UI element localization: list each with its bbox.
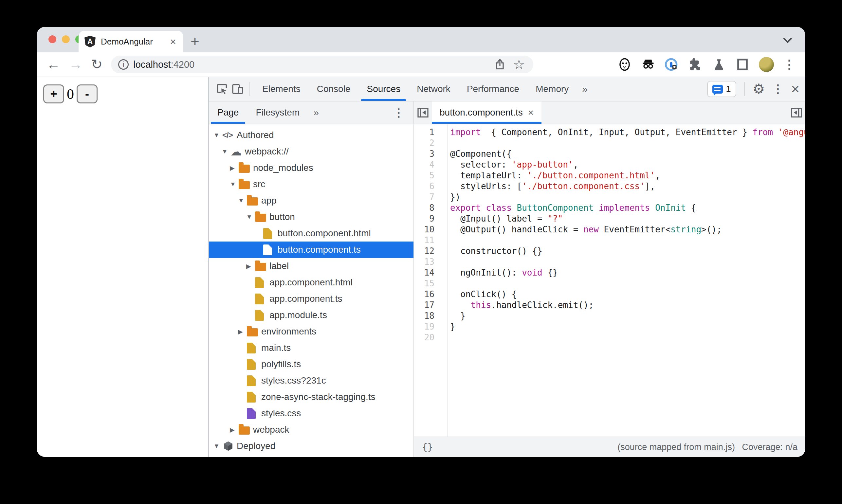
share-icon[interactable]	[493, 57, 507, 72]
expander-right-icon[interactable]: ▶	[230, 426, 239, 434]
code-line-11[interactable]: 11	[414, 235, 805, 246]
expander-right-icon[interactable]: ▶	[238, 328, 247, 336]
more-navigator-tabs-chevrons-icon[interactable]: »	[308, 107, 324, 118]
line-number[interactable]: 2	[414, 138, 440, 148]
devtools-tab-elements[interactable]: Elements	[254, 77, 309, 101]
line-number[interactable]: 13	[414, 256, 440, 267]
tree-item-src[interactable]: ▼src	[209, 176, 413, 193]
expander-down-icon[interactable]: ▼	[246, 213, 255, 220]
line-number[interactable]: 16	[414, 289, 440, 300]
tree-item-authored[interactable]: ▼</>Authored	[209, 127, 413, 143]
code-line-6[interactable]: 6 styleUrls: ['./button.component.css'],	[414, 181, 805, 192]
navigator-tab-filesystem[interactable]: Filesystem	[247, 102, 308, 124]
code-line-12[interactable]: 12 constructor() {}	[414, 246, 805, 256]
tab-close-icon[interactable]: ×	[168, 36, 177, 48]
mask-extension-icon[interactable]	[617, 57, 632, 72]
code-line-20[interactable]: 20	[414, 332, 805, 343]
code-line-4[interactable]: 4 selector: 'app-button',	[414, 159, 805, 170]
new-tab-button[interactable]: +	[191, 32, 199, 51]
expander-down-icon[interactable]: ▼	[222, 148, 231, 155]
line-number[interactable]: 20	[414, 332, 440, 343]
browser-menu-kebab-icon[interactable]: ⋮	[783, 57, 795, 72]
line-number[interactable]: 14	[414, 267, 440, 278]
url-text[interactable]: localhost:4200	[133, 59, 488, 70]
line-number[interactable]: 8	[414, 202, 440, 213]
code-line-9[interactable]: 9 @Input() label = "?"	[414, 213, 805, 224]
pretty-print-button[interactable]: {}	[422, 442, 433, 453]
tree-item-main-ts[interactable]: main.ts	[209, 340, 413, 356]
collapse-navigator-icon[interactable]	[414, 102, 432, 124]
code-line-18[interactable]: 18 }	[414, 310, 805, 321]
browser-tab[interactable]: A DemoAngular ×	[78, 31, 183, 52]
code-line-2[interactable]: 2	[414, 138, 805, 148]
tree-item-node-modules[interactable]: ▶node_modules	[209, 160, 413, 176]
incognito-extension-icon[interactable]	[641, 57, 656, 72]
line-number[interactable]: 19	[414, 321, 440, 332]
tree-item-styles-css[interactable]: styles.css	[209, 405, 413, 421]
extensions-puzzle-icon[interactable]	[688, 57, 702, 72]
expander-down-icon[interactable]: ▼	[230, 181, 239, 188]
line-number[interactable]: 12	[414, 246, 440, 256]
tab-search-chevron-icon[interactable]	[783, 34, 792, 43]
line-number[interactable]: 11	[414, 235, 440, 246]
address-bar[interactable]: i localhost:4200 ☆	[111, 56, 533, 73]
code-line-19[interactable]: 19}	[414, 321, 805, 332]
line-number[interactable]: 17	[414, 300, 440, 310]
code-line-10[interactable]: 10 @Output() handleClick = new EventEmit…	[414, 224, 805, 235]
expander-right-icon[interactable]: ▶	[230, 164, 239, 172]
tree-item-environments[interactable]: ▶environments	[209, 323, 413, 340]
inspect-element-icon[interactable]	[214, 81, 230, 97]
tree-item-button-component-ts[interactable]: button.component.ts	[209, 241, 413, 258]
line-number[interactable]: 6	[414, 181, 440, 192]
tree-item-app-module-ts[interactable]: app.module.ts	[209, 307, 413, 323]
tree-item-zone-async-stack-tagging-ts[interactable]: zone-async-stack-tagging.ts	[209, 389, 413, 405]
code-line-17[interactable]: 17 this.handleClick.emit();	[414, 300, 805, 310]
devtools-close-icon[interactable]: ×	[791, 82, 800, 96]
minimize-window-button[interactable]	[62, 35, 70, 43]
issues-badge-button[interactable]: 1	[707, 81, 736, 97]
tree-item-item[interactable]	[209, 454, 413, 457]
decrement-button[interactable]: -	[77, 85, 97, 104]
navigator-tab-page[interactable]: Page	[209, 102, 247, 124]
line-number[interactable]: 10	[414, 224, 440, 235]
code-line-13[interactable]: 13	[414, 256, 805, 267]
increment-button[interactable]: +	[43, 85, 64, 104]
expander-right-icon[interactable]: ▶	[246, 263, 255, 270]
reader-mode-icon[interactable]	[735, 57, 750, 72]
tree-item-app-component-ts[interactable]: app.component.ts	[209, 291, 413, 307]
tree-item-app-component-html[interactable]: app.component.html	[209, 274, 413, 291]
devtools-tab-sources[interactable]: Sources	[358, 77, 409, 101]
show-debugger-sidebar-icon[interactable]	[788, 102, 805, 124]
editor-tab-close-icon[interactable]: ×	[528, 107, 534, 118]
code-line-14[interactable]: 14 ngOnInit(): void {}	[414, 267, 805, 278]
flask-extension-icon[interactable]	[712, 57, 726, 72]
expander-down-icon[interactable]: ▼	[213, 443, 222, 450]
tree-item-webpack[interactable]: ▶webpack	[209, 421, 413, 438]
devtools-tab-memory[interactable]: Memory	[527, 77, 577, 101]
devtools-tab-performance[interactable]: Performance	[459, 77, 527, 101]
source-map-link[interactable]: main.js	[704, 442, 732, 452]
line-number[interactable]: 1	[414, 127, 440, 138]
settings-gear-icon[interactable]: ⚙	[753, 82, 765, 96]
line-number[interactable]: 18	[414, 310, 440, 321]
devtools-menu-kebab-icon[interactable]: ⋮	[772, 82, 784, 96]
line-number[interactable]: 5	[414, 170, 440, 181]
bookmark-star-icon[interactable]: ☆	[512, 57, 526, 72]
line-number[interactable]: 3	[414, 148, 440, 159]
profile-avatar[interactable]	[759, 57, 774, 72]
line-number[interactable]: 4	[414, 159, 440, 170]
line-number[interactable]: 9	[414, 213, 440, 224]
code-line-16[interactable]: 16 onClick() {	[414, 289, 805, 300]
more-panels-chevrons-icon[interactable]: »	[577, 84, 593, 94]
expander-down-icon[interactable]: ▼	[238, 197, 247, 204]
code-line-5[interactable]: 5 templateUrl: './button.component.html'…	[414, 170, 805, 181]
line-number[interactable]: 7	[414, 192, 440, 202]
navigator-menu-kebab-icon[interactable]: ⋮	[393, 106, 410, 119]
expander-down-icon[interactable]: ▼	[213, 131, 222, 139]
devtools-tab-console[interactable]: Console	[309, 77, 359, 101]
code-line-3[interactable]: 3@Component({	[414, 148, 805, 159]
tree-item-label[interactable]: ▶label	[209, 258, 413, 274]
site-info-icon[interactable]: i	[118, 59, 129, 70]
tree-item-deployed[interactable]: ▼Deployed	[209, 438, 413, 454]
code-viewer[interactable]: 1import { Component, OnInit, Input, Outp…	[414, 124, 805, 436]
